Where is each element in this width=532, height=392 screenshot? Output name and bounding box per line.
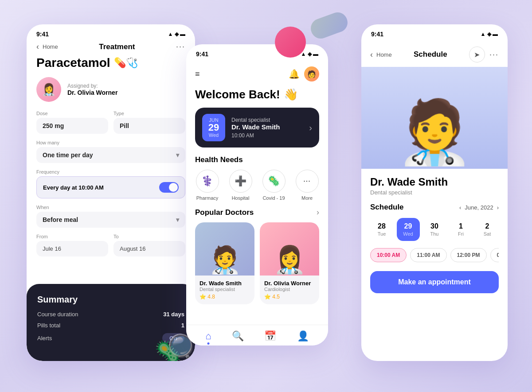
- nav-home-icon[interactable]: ⌂: [205, 330, 211, 342]
- more-button[interactable]: ···: [176, 42, 185, 51]
- pharmacy-icon: ⚕️: [196, 170, 219, 193]
- time-slot-1pm[interactable]: 01:0...: [490, 248, 499, 262]
- olivia-specialty: Cardiologist: [264, 287, 315, 292]
- time-slot-11am[interactable]: 11:00 AM: [410, 248, 446, 262]
- next-month-button[interactable]: ›: [497, 204, 499, 211]
- assigned-doctor-row: 👩‍⚕️ Assigned by: Dr. Olivia Worner: [36, 77, 185, 102]
- time-slot-10am[interactable]: 10:00 AM: [370, 248, 407, 262]
- wade-rating: ⭐ 4.8: [200, 294, 250, 300]
- when-select[interactable]: Before meal ▾: [36, 212, 185, 228]
- to-label: To: [113, 234, 185, 239]
- cal-day-1-label: Fri: [453, 231, 469, 237]
- month-navigator: ‹ June, 2022 ›: [459, 204, 499, 211]
- cal-day-2-num: 2: [479, 222, 495, 230]
- frequency-toggle[interactable]: [159, 182, 179, 193]
- cal-day-28[interactable]: 28 Tue: [370, 218, 393, 241]
- doctor-card-olivia[interactable]: 👩‍⚕️ Dr. Olivia Worner Cardiologist ⭐ 4.…: [260, 222, 319, 304]
- alerts-label: Alerts: [37, 335, 52, 342]
- covid-label: Covid - 19: [262, 195, 286, 201]
- right-doctor-name: Dr. Wade Smith: [370, 176, 499, 188]
- doctor-hero-image: 🧑‍⚕️: [361, 67, 508, 169]
- right-status-icons: ▲ ◈ ▬: [480, 31, 498, 37]
- cal-day-30[interactable]: 30 Thu: [423, 218, 446, 241]
- right-phone-header: ‹ Home Schedule ➤ ···: [361, 40, 508, 67]
- frequency-box[interactable]: Every day at 10:00 AM: [36, 176, 185, 198]
- appt-time: 10:00 AM: [231, 132, 303, 139]
- dose-input[interactable]: 250 mg: [36, 118, 108, 134]
- pills-total-row: Pills total 1: [37, 322, 184, 329]
- pills-value: 1: [181, 322, 184, 329]
- popular-doctors-header: Popular Doctors ›: [186, 208, 328, 222]
- course-duration-row: Course duration 31 days: [37, 311, 184, 318]
- appt-doctor: Dr. Wade Smith: [231, 123, 303, 131]
- cal-day-1[interactable]: 1 Fri: [450, 218, 473, 241]
- date-range-row: From Jule 16 To August 16: [36, 234, 185, 256]
- how-many-select[interactable]: One time per day ▾: [36, 147, 185, 163]
- to-field: To August 16: [113, 234, 185, 256]
- how-many-label: How many: [36, 140, 185, 145]
- cal-day-29[interactable]: 29 Wed: [397, 218, 420, 241]
- appointment-card[interactable]: Jun 29 Wed Dental specialist Dr. Wade Sm…: [195, 108, 319, 147]
- course-label: Course duration: [37, 311, 78, 318]
- make-appointment-button[interactable]: Make an appointment: [370, 271, 499, 293]
- drug-icon: 💊🩺: [114, 57, 138, 69]
- nav-calendar-icon[interactable]: 📅: [264, 330, 276, 342]
- welcome-text: Welcome Back! 👋: [186, 86, 328, 108]
- appt-arrow-icon[interactable]: ›: [309, 123, 312, 133]
- pill-purple-decoration: [308, 10, 350, 41]
- health-item-covid[interactable]: 🦠 Covid - 19: [262, 170, 286, 201]
- when-row: When Before meal ▾: [36, 205, 185, 228]
- pill-pink-decoration: [275, 27, 306, 58]
- right-phone-content: Dr. Wade Smith Dental specialist Schedul…: [361, 169, 508, 300]
- olivia-doctor-info: Dr. Olivia Worner Cardiologist ⭐ 4.5: [260, 276, 319, 304]
- cal-day-28-num: 28: [374, 222, 390, 230]
- user-avatar[interactable]: 🧑: [304, 66, 319, 82]
- time-slot-12pm[interactable]: 12:00 PM: [450, 248, 487, 262]
- when-field: When Before meal ▾: [36, 205, 185, 228]
- doctor-avatar: 👩‍⚕️: [36, 77, 61, 102]
- nav-search-icon[interactable]: 🔍: [232, 330, 244, 342]
- welcome-emoji: 👋: [284, 88, 298, 101]
- current-month: June, 2022: [465, 204, 493, 211]
- health-item-hospital[interactable]: ➕ Hospital: [229, 170, 252, 201]
- bottom-nav: ⌂ 🔍 📅 👤: [186, 325, 328, 345]
- health-item-more[interactable]: ··· More: [296, 170, 319, 201]
- more-label: More: [296, 195, 319, 201]
- mid-status-icons: ▲ ◈ ▬: [301, 51, 318, 57]
- page-title: Treatment: [62, 43, 172, 51]
- back-arrow-icon[interactable]: ‹: [36, 42, 39, 51]
- right-back-arrow-icon[interactable]: ‹: [370, 50, 373, 59]
- back-label[interactable]: Home: [43, 43, 58, 50]
- how-many-value: One time per day: [43, 151, 93, 159]
- schedule-label: Schedule: [370, 203, 404, 212]
- health-needs-grid: ⚕️ Pharmacy ➕ Hospital 🦠 Covid - 19 ··· …: [186, 170, 328, 208]
- notification-icon[interactable]: 🔔: [289, 69, 300, 79]
- doctor-card-wade[interactable]: 🧑‍⚕️ Dr. Wade Smith Dental specialist ⭐ …: [195, 222, 254, 304]
- nav-profile-icon[interactable]: 👤: [297, 330, 309, 342]
- when-dropdown-arrow-icon: ▾: [176, 216, 179, 223]
- schedule-header: Schedule ‹ June, 2022 ›: [370, 203, 499, 212]
- appointment-info: Dental specialist Dr. Wade Smith 10:00 A…: [231, 117, 303, 139]
- see-more-doctors-button[interactable]: ›: [317, 208, 319, 217]
- health-item-pharmacy[interactable]: ⚕️ Pharmacy: [196, 170, 219, 201]
- cal-day-2-label: Sat: [479, 231, 495, 237]
- from-input[interactable]: Jule 16: [36, 241, 108, 256]
- cal-day-2[interactable]: 2 Sat: [476, 218, 499, 241]
- cal-day-30-num: 30: [426, 222, 442, 230]
- olivia-doctor-image: 👩‍⚕️: [260, 222, 319, 276]
- cal-day-29-label: Wed: [400, 231, 416, 237]
- right-back-label[interactable]: Home: [376, 51, 392, 58]
- assigned-label: Assigned by:: [67, 83, 117, 89]
- hospital-label: Hospital: [229, 195, 252, 201]
- prev-month-button[interactable]: ‹: [459, 204, 461, 211]
- to-input[interactable]: August 16: [113, 241, 185, 256]
- appt-day: 29: [207, 123, 220, 132]
- hamburger-icon[interactable]: ≡: [195, 70, 200, 79]
- type-input[interactable]: Pill: [113, 118, 185, 134]
- hospital-icon: ➕: [229, 170, 252, 193]
- how-many-field: How many One time per day ▾: [36, 140, 185, 163]
- right-more-button[interactable]: ···: [489, 50, 499, 59]
- drug-title: Paracetamol 💊🩺: [36, 56, 185, 70]
- share-button[interactable]: ➤: [469, 47, 485, 62]
- right-time: 9:41: [371, 31, 383, 38]
